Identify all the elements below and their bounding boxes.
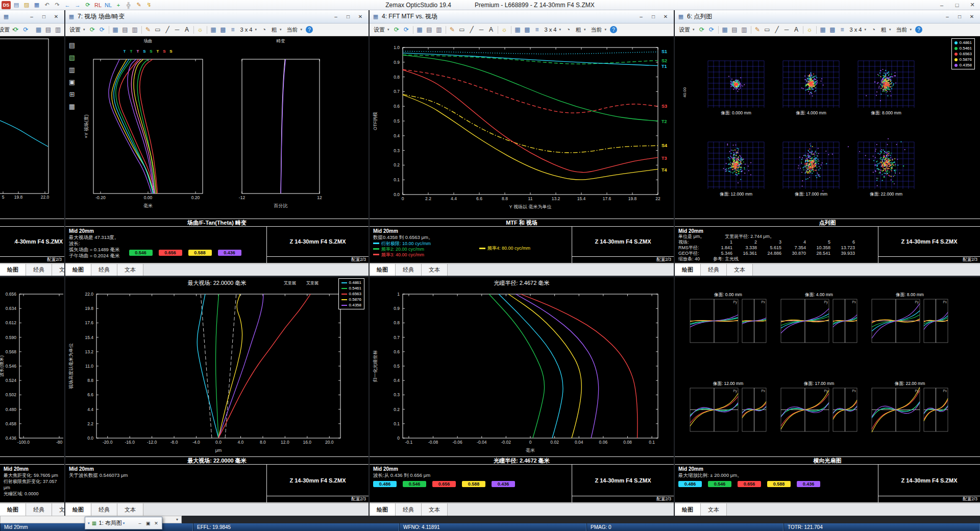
line-icon[interactable]: ╱	[467, 25, 477, 35]
window-titlebar[interactable]: ▦ 6: 点列图 – □ ✕	[675, 10, 980, 23]
window-close-button[interactable]: ✕	[659, 12, 672, 21]
update-icon[interactable]: ⟳	[392, 25, 402, 35]
rectangle-icon[interactable]: ▭	[153, 25, 163, 35]
window-maximize-button[interactable]: □	[342, 12, 354, 21]
help-icon[interactable]: ?	[915, 26, 922, 33]
tab-3[interactable]: 文本	[422, 264, 448, 276]
line-thickness-dropdown[interactable]: 粗▾	[573, 25, 589, 35]
refresh-icon[interactable]: ⟳	[83, 1, 92, 9]
line-thickness-dropdown[interactable]: 粗▾	[269, 25, 284, 35]
flash-icon[interactable]: ↯	[144, 1, 154, 9]
window-close-button[interactable]: ✕	[152, 519, 160, 527]
settings-dropdown[interactable]: 设置▾	[67, 25, 88, 35]
tab-1[interactable]: 绘图	[675, 503, 701, 516]
rectangle-icon[interactable]: ▭	[763, 25, 772, 35]
tab-2[interactable]: 经典	[396, 503, 422, 516]
stack-icon[interactable]: ≡	[228, 25, 238, 35]
clock-icon[interactable]: ◔	[564, 25, 573, 35]
grid-size-dropdown[interactable]: 3 x 4▾	[542, 25, 564, 35]
save-icon[interactable]: ▦	[720, 25, 730, 35]
grid-3x3-icon[interactable]: ▦	[66, 101, 78, 112]
help-icon[interactable]: ?	[306, 26, 313, 33]
window-minimize-button[interactable]: –	[635, 12, 647, 21]
window-maximize-button[interactable]: □	[953, 12, 966, 21]
window-minimize-button[interactable]: –	[330, 12, 342, 21]
pencil-icon[interactable]: ✎	[753, 25, 763, 35]
rl-tool-icon[interactable]: RL	[93, 1, 103, 9]
overlay-icon[interactable]: ▩	[218, 25, 228, 35]
chevron-down-icon[interactable]: ▾	[176, 517, 178, 522]
save-icon[interactable]: ▦	[32, 1, 41, 9]
layout-grid-icon[interactable]: ▦	[209, 25, 218, 35]
save-icon[interactable]: ▦	[415, 25, 425, 35]
clipboard-icon[interactable]: ▣	[66, 76, 78, 87]
print-icon[interactable]: ▤	[730, 25, 740, 35]
print-icon[interactable]: ▥	[66, 64, 78, 75]
update-icon[interactable]: ⟳	[88, 25, 97, 35]
grid-2x2-icon[interactable]: ⊞	[66, 88, 78, 100]
line-thickness-dropdown[interactable]: 粗▾	[878, 25, 894, 35]
grid-size-dropdown[interactable]: 3 x 4▾	[847, 25, 869, 35]
add-icon[interactable]: +	[114, 1, 123, 9]
window-close-button[interactable]: ✕	[354, 12, 366, 21]
window-titlebar[interactable]: ▦ 7: 视场 场曲/畸变 – □ ✕	[65, 10, 369, 23]
tab-2[interactable]: 经典	[91, 264, 117, 276]
layout-window-titlebar[interactable]: ▾ ▦ 1: 布局图 ▾ – ▣ ✕	[85, 517, 162, 529]
tab-3[interactable]: 文本	[52, 503, 64, 516]
crosshair-icon[interactable]: ╬	[124, 1, 133, 9]
pencil-icon[interactable]: ✎	[134, 1, 143, 9]
tab-1[interactable]: 绘图	[675, 264, 701, 276]
rectangle-icon[interactable]: ▭	[457, 25, 467, 35]
tab-3[interactable]: 文本	[117, 264, 143, 276]
tab-1[interactable]: 绘图	[0, 264, 26, 276]
tab-1[interactable]: 绘图	[0, 503, 26, 516]
tab-2[interactable]: 经典	[701, 264, 727, 276]
back-icon[interactable]: ←	[63, 1, 72, 9]
app-maximize-button[interactable]: □	[949, 1, 965, 10]
clock-icon[interactable]: ◔	[869, 25, 878, 35]
copy-icon[interactable]: ▥	[53, 25, 63, 35]
stack-icon[interactable]: ≡	[532, 25, 542, 35]
forward-icon[interactable]: →	[73, 1, 82, 9]
undo-icon[interactable]: ↶	[42, 1, 52, 9]
chevron-down-icon[interactable]: ▾	[123, 521, 125, 525]
settings-dropdown[interactable]: 设置▾	[676, 25, 697, 35]
window-close-button[interactable]: ✕	[50, 12, 62, 21]
update-all-icon[interactable]: ⟳	[21, 25, 31, 35]
tab-2[interactable]: 经典	[91, 503, 117, 516]
tab-1[interactable]: 绘图	[65, 503, 91, 516]
window-minimize-button[interactable]: –	[136, 519, 144, 527]
tab-1[interactable]: 绘图	[370, 503, 396, 516]
settings-dropdown[interactable]: 设置▾	[2, 25, 11, 35]
update-icon[interactable]: ⟳	[697, 25, 707, 35]
hline-icon[interactable]: ─	[173, 25, 182, 35]
tab-1[interactable]: 绘图	[65, 264, 91, 276]
tab-2[interactable]: 经典	[396, 264, 422, 276]
window-close-button[interactable]: ✕	[966, 12, 978, 21]
tab-2[interactable]: 经典	[26, 503, 52, 516]
nl-tool-icon[interactable]: NL	[104, 1, 113, 9]
app-close-button[interactable]: ✕	[965, 1, 980, 10]
tab-2[interactable]: 文本	[701, 503, 727, 516]
tab-3[interactable]: 文本	[422, 503, 448, 516]
pencil-icon[interactable]: ✎	[448, 25, 457, 35]
print-icon[interactable]: ▤	[425, 25, 434, 35]
hline-icon[interactable]: ─	[477, 25, 486, 35]
text-icon[interactable]: A	[792, 25, 801, 35]
bulb-icon[interactable]: ☼	[805, 25, 815, 35]
app-logo[interactable]: DS	[2, 1, 11, 9]
clock-icon[interactable]: ◔	[259, 25, 269, 35]
window-maximize-button[interactable]: □	[38, 12, 50, 21]
tab-3[interactable]: 文本	[52, 264, 64, 276]
overlay-icon[interactable]: ▩	[523, 25, 532, 35]
layout-grid-icon[interactable]: ▦	[818, 25, 828, 35]
window-titlebar[interactable]: ▦ 4: FFT MTF vs. 视场 – □ ✕	[370, 10, 674, 23]
line-icon[interactable]: ╱	[163, 25, 173, 35]
tab-3[interactable]: 文本	[727, 264, 753, 276]
image-export-icon[interactable]: ▧	[66, 52, 78, 63]
stack-icon[interactable]: ≡	[838, 25, 847, 35]
layout-grid-icon[interactable]: ▦	[513, 25, 523, 35]
window-restore-button[interactable]: ▣	[144, 519, 152, 527]
copy-icon[interactable]: ▥	[740, 25, 749, 35]
window-minimize-button[interactable]: –	[26, 12, 38, 21]
